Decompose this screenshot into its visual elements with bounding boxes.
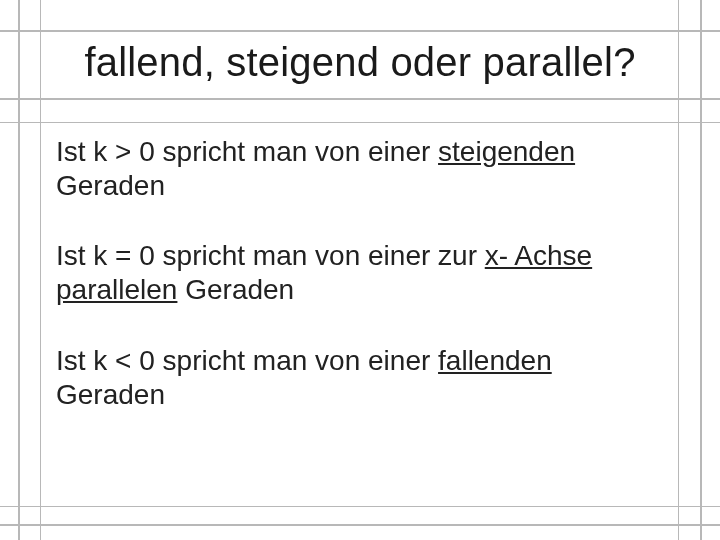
paragraph-parallel: Ist k = 0 spricht man von einer zur x- A… <box>56 239 650 307</box>
rule-line <box>0 122 720 123</box>
slide-body: Ist k > 0 spricht man von einer steigend… <box>56 135 650 448</box>
paragraph-steigend: Ist k > 0 spricht man von einer steigend… <box>56 135 650 203</box>
rule-line <box>0 30 720 32</box>
text-run: Ist k < 0 spricht man von einer <box>56 345 438 376</box>
rule-line <box>678 0 679 540</box>
text-run: Geraden <box>56 170 165 201</box>
rule-line <box>0 506 720 507</box>
underline-fallenden: fallenden <box>438 345 552 376</box>
rule-line <box>0 524 720 526</box>
text-run: Ist k > 0 spricht man von einer <box>56 136 438 167</box>
underline-steigenden: steigenden <box>438 136 575 167</box>
slide: fallend, steigend oder parallel? Ist k >… <box>0 0 720 540</box>
rule-line <box>700 0 702 540</box>
slide-title: fallend, steigend oder parallel? <box>50 40 670 85</box>
rule-line <box>40 0 41 540</box>
rule-line <box>18 0 20 540</box>
rule-line <box>0 98 720 100</box>
text-run: Geraden <box>56 379 165 410</box>
text-run: Geraden <box>177 274 294 305</box>
text-run: Ist k = 0 spricht man von einer zur <box>56 240 485 271</box>
paragraph-fallend: Ist k < 0 spricht man von einer fallende… <box>56 344 650 412</box>
